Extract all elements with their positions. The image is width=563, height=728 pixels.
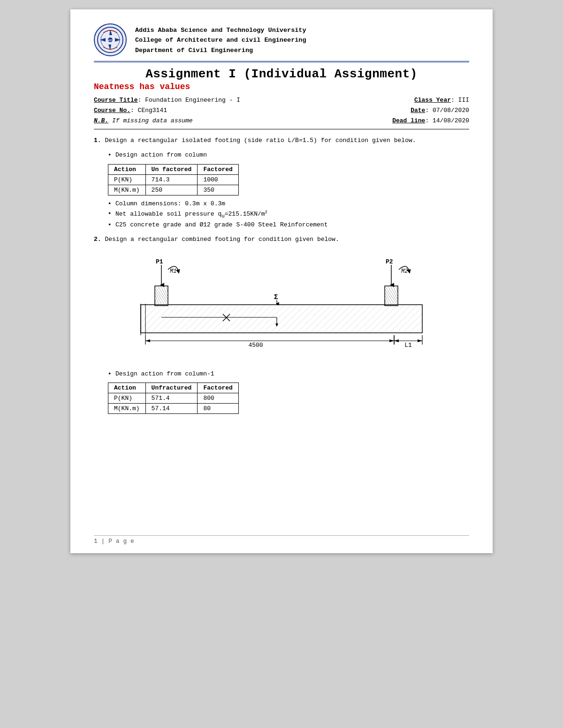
- course-info: Course Title: Foundation Engineering - I…: [94, 95, 469, 129]
- td-pkn-factored: 1000: [198, 174, 238, 185]
- p2-label: P2: [386, 258, 393, 265]
- td-mkn-2: M(KN.m): [108, 404, 146, 414]
- question-1: 1. Design a rectangular isolated footing…: [94, 136, 469, 146]
- date-label: Date: [411, 107, 425, 114]
- td-pkn: P(KN): [108, 174, 146, 185]
- q2-bullets: Design action from column-1: [94, 369, 469, 379]
- date-row: Date: 07/08/2020: [282, 105, 469, 116]
- th-action-2: Action: [108, 383, 146, 393]
- department-name: Department of Civil Engineering: [135, 45, 306, 56]
- nb-label: N.B.: [94, 117, 108, 124]
- page-number: 1 | P a g e: [94, 538, 134, 545]
- svg-line-23: [388, 286, 398, 303]
- svg-line-12: [155, 286, 168, 306]
- svg-marker-48: [418, 339, 422, 342]
- td-pkn-2: P(KN): [108, 393, 146, 404]
- college-name: College of Architecture and civil Engine…: [135, 35, 306, 45]
- table-row: M(KN.m) 57.14 80: [108, 404, 239, 414]
- td-mkn-unfactored-2: 57.14: [145, 404, 198, 414]
- svg-line-22: [385, 286, 398, 306]
- q1-text: Design a rectangular isolated footing (s…: [105, 137, 416, 144]
- q2-bullet-1: Design action from column-1: [108, 369, 469, 379]
- neatness-subtitle: Neatness has values: [94, 82, 469, 91]
- class-year-label: Class Year: [414, 97, 451, 104]
- course-no-row: Course No.: CEng3141: [94, 105, 282, 116]
- q1-bullet-1: Design action from column: [108, 150, 469, 160]
- page: AASTU Addis Ababa Science and Technology…: [70, 9, 493, 553]
- td-pkn-unfactored: 714.3: [145, 174, 198, 185]
- q1-table: Action Un factored Factored P(KN) 714.3 …: [108, 164, 239, 195]
- university-logo: AASTU: [94, 23, 128, 57]
- q2-text: Design a rectangular combined footing fo…: [105, 236, 339, 243]
- svg-text:AASTU: AASTU: [107, 39, 114, 42]
- course-title-row: Course Title: Foundation Engineering - I: [94, 95, 282, 105]
- dim-l1-label: L1: [404, 342, 412, 349]
- nb-row: N.B. If missing data assume: [94, 116, 282, 126]
- svg-marker-47: [394, 339, 399, 342]
- course-info-right: Class Year: III Date: 07/08/2020 Dead li…: [282, 95, 469, 126]
- q1-number: 1.: [94, 137, 101, 144]
- svg-line-27: [385, 289, 395, 306]
- deadline-row: Dead line: 14/08/2020: [282, 116, 469, 126]
- dim-4500-label: 4500: [248, 342, 263, 349]
- q1-extra-bullets: Column dimensions: 0.3m x 0.3m Net allow…: [94, 199, 469, 230]
- q1-bullet-2: Column dimensions: 0.3m x 0.3m: [108, 199, 469, 209]
- svg-line-17: [155, 289, 165, 306]
- course-no-label: Course No.: [94, 107, 130, 114]
- course-info-left: Course Title: Foundation Engineering - I…: [94, 95, 282, 126]
- td-mkn-unfactored: 250: [145, 185, 198, 195]
- table-row: P(KN) 714.3 1000: [108, 174, 239, 185]
- td-mkn: M(KN.m): [108, 185, 146, 195]
- td-pkn-unfactored-2: 571.4: [145, 393, 198, 404]
- assignment-title: Assignment I (Individual Assignment): [94, 67, 469, 81]
- m1-label: M1: [170, 268, 176, 275]
- header-text: Addis Ababa Science and Technology Unive…: [135, 25, 306, 56]
- logo-svg: AASTU: [96, 26, 124, 54]
- table-row: P(KN) 571.4 800: [108, 393, 239, 404]
- p1-label: P1: [156, 258, 163, 265]
- table-header-row: Action Unfractured Factored: [108, 383, 239, 393]
- th-action: Action: [108, 164, 146, 174]
- td-pkn-factored-2: 800: [198, 393, 238, 404]
- svg-marker-42: [145, 339, 150, 342]
- diagram-container: P1 P2 M1 M2 Σ: [94, 253, 469, 361]
- q1-bullet-3: Net allowable soil pressure qu=215.15KN/…: [108, 209, 469, 220]
- th-unfactored-2: Unfractured: [145, 383, 198, 393]
- sigma-label: Σ: [274, 293, 278, 301]
- question-2: 2. Design a rectangular combined footing…: [94, 235, 469, 245]
- svg-line-13: [158, 286, 168, 303]
- m2-label: M2: [401, 268, 408, 275]
- svg-rect-10: [141, 305, 422, 332]
- th-factored-2: Factored: [198, 383, 238, 393]
- q2-table: Action Unfractured Factored P(KN) 571.4 …: [108, 383, 239, 414]
- td-mkn-factored: 350: [198, 185, 238, 195]
- th-factored: Factored: [198, 164, 238, 174]
- university-name: Addis Ababa Science and Technology Unive…: [135, 25, 306, 36]
- q1-bullet-4: C25 concrete grade and Ø12 grade S-400 S…: [108, 220, 469, 230]
- th-unfactored: Un factored: [145, 164, 198, 174]
- table-header-row: Action Un factored Factored: [108, 164, 239, 174]
- td-mkn-factored-2: 80: [198, 404, 238, 414]
- q1-bullets: Design action from column: [94, 150, 469, 160]
- class-year-row: Class Year: III: [282, 95, 469, 105]
- deadline-label: Dead line: [392, 117, 425, 124]
- course-title-label: Course Title: [94, 97, 138, 104]
- combined-footing-diagram: P1 P2 M1 M2 Σ: [117, 253, 446, 361]
- svg-marker-43: [389, 339, 394, 342]
- header: AASTU Addis Ababa Science and Technology…: [94, 23, 469, 62]
- page-footer: 1 | P a g e: [94, 535, 469, 545]
- q2-number: 2.: [94, 236, 101, 243]
- table-row: M(KN.m) 250 350: [108, 185, 239, 195]
